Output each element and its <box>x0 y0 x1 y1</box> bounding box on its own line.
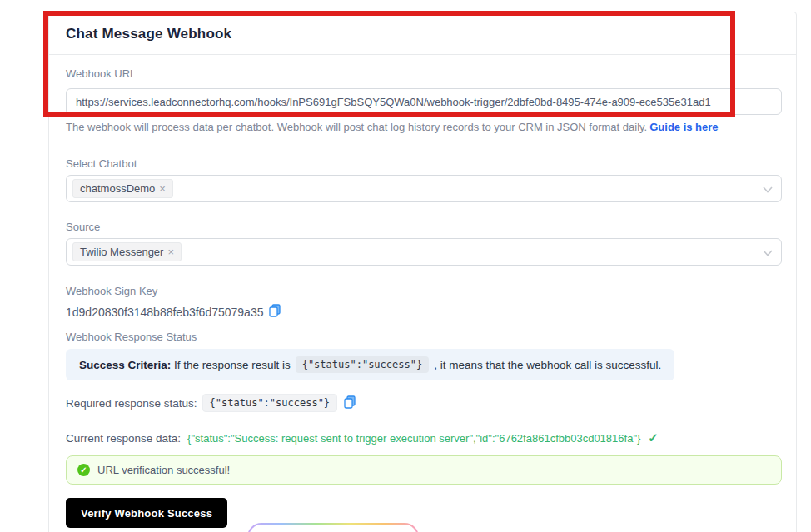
criteria-code-chip: {"status":"success"} <box>296 356 430 373</box>
page-title: Chat Message Webhook <box>66 26 796 42</box>
webhook-response-status-label: Webhook Response Status <box>66 331 782 343</box>
webhook-url-label: Webhook URL <box>66 67 782 80</box>
sign-key-value: 1d9d20830f3148b88feb3f6d75079a35 <box>66 306 263 319</box>
required-response-status-row: Required response status: {"status":"suc… <box>66 394 782 412</box>
success-criteria-box: Success Criteria: If the response result… <box>66 349 674 380</box>
chat-message-webhook-card: Chat Message Webhook Webhook URL The web… <box>48 12 797 532</box>
success-check-icon: ✓ <box>648 430 659 445</box>
guide-link[interactable]: Guide is here <box>649 121 718 133</box>
current-response-data-row: Current response data: {"status":"Succes… <box>66 430 782 445</box>
help-text: The webhook will process data per chatbo… <box>66 121 647 133</box>
alert-success-check-icon: ✓ <box>77 464 90 476</box>
source-tag: Twilio Messenger × <box>72 242 182 261</box>
rainbow-border-element[interactable] <box>247 523 419 532</box>
chevron-down-icon <box>763 181 773 196</box>
alert-text: URL verification successful! <box>97 464 230 476</box>
chevron-down-icon <box>763 245 773 260</box>
required-response-status-label: Required response status: <box>66 397 197 410</box>
webhook-help-text: The webhook will process data per chatbo… <box>66 120 782 135</box>
chatbot-tag-label: chatmossDemo <box>80 182 155 195</box>
copy-required-status-icon[interactable] <box>344 395 356 411</box>
chatbot-select[interactable]: chatmossDemo × <box>66 175 782 202</box>
source-label: Source <box>66 221 782 233</box>
success-criteria-title: Success Criteria: <box>79 359 171 371</box>
current-response-data-value: {"status":"Success: request sent to trig… <box>187 432 640 445</box>
current-response-data-label: Current response data: <box>66 432 181 445</box>
source-tag-label: Twilio Messenger <box>80 246 163 258</box>
remove-chatbot-tag-icon[interactable]: × <box>159 183 166 194</box>
webhook-url-input[interactable] <box>66 88 782 115</box>
criteria-text-before: If the response result is <box>174 359 291 371</box>
card-header: Chat Message Webhook <box>49 12 796 55</box>
webhook-sign-key-label: Webhook Sign Key <box>66 285 782 297</box>
copy-sign-key-icon[interactable] <box>269 304 281 320</box>
chatbot-tag: chatmossDemo × <box>72 179 173 198</box>
remove-source-tag-icon[interactable]: × <box>167 246 174 257</box>
webhook-settings-page: Chat Message Webhook Webhook URL The web… <box>0 0 811 532</box>
card-body: Webhook URL The webhook will process dat… <box>49 67 796 528</box>
criteria-text-after: , it means that the webhook call is succ… <box>434 359 661 371</box>
url-verification-alert: ✓ URL verification successful! <box>66 455 782 485</box>
verify-webhook-success-button[interactable]: Verify Webhook Success <box>66 498 227 528</box>
sign-key-row: 1d9d20830f3148b88feb3f6d75079a35 <box>66 304 782 320</box>
select-chatbot-label: Select Chatbot <box>66 157 782 170</box>
required-status-code-chip: {"status":"success"} <box>202 394 338 412</box>
source-select[interactable]: Twilio Messenger × <box>66 238 782 266</box>
